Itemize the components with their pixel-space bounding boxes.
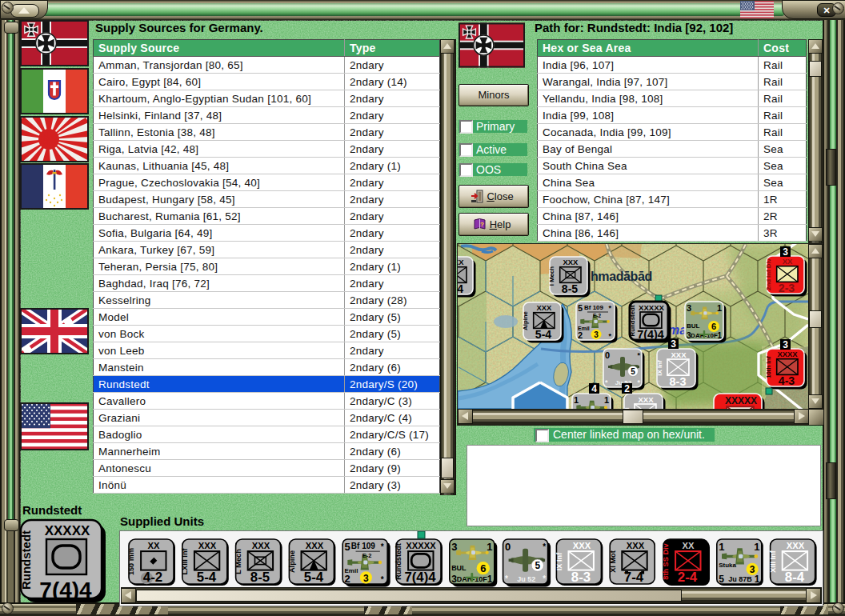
svg-text:XXX: XXX: [252, 541, 270, 550]
svg-text:8th SS Div: 8th SS Div: [662, 542, 670, 579]
svg-text:5: 5: [535, 560, 540, 571]
svg-text:5-4: 5-4: [457, 282, 463, 295]
svg-text:XX: XX: [783, 257, 793, 266]
svg-text:2nd Inf Div: 2nd Inf Div: [765, 258, 772, 290]
svg-text:XXX: XXX: [573, 541, 591, 550]
svg-text:3: 3: [783, 246, 788, 258]
svg-text:Ju 52: Ju 52: [517, 575, 535, 583]
svg-text:7(4)4: 7(4)4: [637, 328, 664, 341]
svg-text:XXX: XXX: [306, 541, 324, 550]
svg-text:0: 0: [505, 541, 511, 553]
svg-text:5-4: 5-4: [304, 570, 324, 585]
svg-text:*: *: [637, 351, 640, 359]
svg-text:BUL: BUL: [687, 322, 700, 330]
svg-text:1: 1: [574, 395, 579, 405]
svg-text:5: 5: [719, 574, 724, 585]
svg-text:E-2: E-2: [362, 552, 372, 559]
svg-text:Ju 87B: Ju 87B: [728, 575, 752, 583]
svg-text:XIII Inf: XIII Inf: [769, 550, 777, 573]
svg-text:5: 5: [578, 303, 583, 313]
svg-text:1: 1: [604, 395, 609, 405]
svg-text:8-3: 8-3: [571, 570, 591, 585]
svg-text:2: 2: [578, 330, 583, 340]
svg-text:8-5: 8-5: [562, 282, 579, 295]
svg-text:*: *: [505, 574, 508, 583]
svg-text:XXX: XXX: [457, 258, 464, 266]
svg-text:8-4: 8-4: [785, 570, 805, 585]
svg-text:3: 3: [671, 338, 676, 350]
svg-text:*: *: [608, 332, 611, 340]
svg-text:I Mech: I Mech: [548, 266, 555, 286]
svg-text:Alpine: Alpine: [288, 550, 296, 573]
svg-text:XXX: XXX: [537, 303, 553, 312]
svg-text:*: *: [608, 304, 611, 312]
svg-text:XX: XX: [683, 541, 695, 550]
svg-text:XXX: XXX: [638, 395, 654, 404]
svg-text:hmadābād: hmadābād: [591, 270, 652, 283]
svg-text:1: 1: [719, 541, 724, 553]
svg-text:5: 5: [631, 367, 635, 376]
svg-text:1: 1: [487, 574, 493, 585]
svg-text:1: 1: [717, 303, 722, 313]
svg-text:7-4: 7-4: [624, 570, 644, 585]
svg-text:150 mm: 150 mm: [127, 548, 135, 575]
svg-text:XXX: XXX: [627, 541, 645, 550]
svg-text:*: *: [543, 542, 546, 551]
svg-text:IX Inf: IX Inf: [555, 552, 563, 570]
svg-text:Bf 109: Bf 109: [351, 542, 375, 550]
svg-text:Rundstedt: Rundstedt: [394, 543, 402, 579]
svg-text:1: 1: [754, 541, 759, 553]
svg-text:XXXXX: XXXXX: [406, 541, 436, 550]
svg-text:XXXXX: XXXXX: [639, 303, 665, 312]
svg-text:3: 3: [363, 573, 369, 584]
svg-text:Rundstedt: Rundstedt: [19, 530, 33, 590]
svg-text:5-4: 5-4: [535, 328, 552, 341]
svg-text:10th Inf: 10th Inf: [765, 356, 772, 378]
svg-text:BUL: BUL: [451, 564, 467, 572]
svg-text:4-3: 4-3: [779, 374, 795, 387]
svg-text:5-4: 5-4: [197, 570, 217, 585]
svg-text:LXIII Inf: LXIII Inf: [181, 547, 189, 574]
svg-text:3: 3: [594, 330, 599, 339]
svg-text:6: 6: [480, 562, 486, 574]
svg-text:Stuka: Stuka: [719, 562, 736, 569]
svg-text:?: ?: [480, 221, 484, 228]
svg-text:1: 1: [487, 541, 492, 553]
svg-text:XXX: XXX: [671, 350, 687, 359]
svg-text:Alpine: Alpine: [522, 310, 529, 330]
svg-text:XXX: XXX: [563, 258, 579, 266]
svg-text:4: 4: [591, 383, 597, 394]
svg-text:2: 2: [624, 383, 630, 394]
svg-text:*: *: [543, 574, 546, 583]
svg-text:*: *: [381, 575, 384, 584]
svg-text:1: 1: [755, 574, 760, 585]
svg-text:1: 1: [717, 331, 722, 340]
svg-text:Bf 109: Bf 109: [584, 304, 604, 311]
svg-text:2: 2: [345, 573, 350, 585]
svg-text:6: 6: [711, 322, 716, 331]
svg-text:2-3: 2-3: [779, 282, 795, 294]
svg-text:XXXXX: XXXXX: [45, 523, 90, 538]
svg-text:XX: XX: [148, 541, 160, 550]
svg-text:*: *: [605, 378, 608, 386]
svg-text:*: *: [381, 542, 384, 551]
svg-text:4-2: 4-2: [143, 570, 162, 585]
svg-text:5: 5: [345, 541, 350, 553]
svg-text:8-5: 8-5: [250, 570, 270, 585]
svg-text:3: 3: [783, 339, 788, 350]
svg-text:Rundstedt: Rundstedt: [629, 305, 636, 336]
svg-text:XXXX: XXXX: [777, 350, 798, 358]
svg-text:2-4: 2-4: [678, 570, 698, 585]
svg-text:XXX: XXX: [198, 541, 217, 550]
svg-text:8-3: 8-3: [670, 375, 687, 388]
svg-text:0: 0: [605, 350, 610, 360]
svg-text:XXX: XXX: [787, 541, 805, 550]
svg-text:IX Inf: IX Inf: [656, 360, 663, 376]
svg-text:*: *: [637, 378, 640, 386]
svg-text:XI Mot: XI Mot: [609, 550, 617, 573]
svg-text:L Mech: L Mech: [234, 549, 242, 574]
svg-text:E-2: E-2: [593, 313, 601, 318]
svg-text:7(4)4: 7(4)4: [404, 570, 436, 585]
svg-text:7(4)4: 7(4)4: [39, 578, 92, 602]
svg-text:XXXXX: XXXXX: [725, 395, 757, 406]
